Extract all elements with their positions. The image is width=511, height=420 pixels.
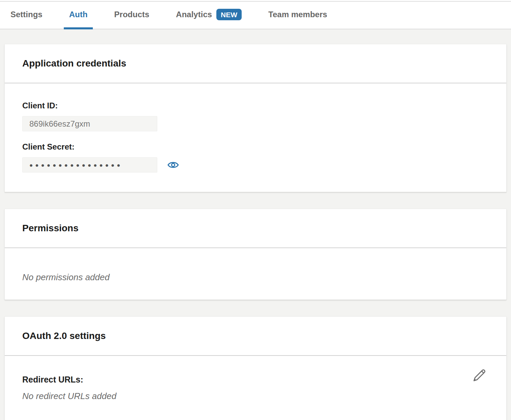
tab-analytics[interactable]: Analytics NEW <box>170 0 247 29</box>
client-id-label: Client ID: <box>22 101 489 110</box>
auth-tab-content: Application credentials Client ID: 869ik… <box>0 29 511 420</box>
permissions-title: Permissions <box>22 223 489 234</box>
tab-team-members[interactable]: Team members <box>263 0 332 29</box>
edit-redirect-urls-button[interactable] <box>472 368 487 383</box>
application-credentials-body: Client ID: 869ik66esz7gxm Client Secret:… <box>5 83 506 192</box>
eye-icon <box>167 161 179 169</box>
tab-products-label: Products <box>114 10 149 19</box>
oauth-settings-card: OAuth 2.0 settings Redirect URLs: No red… <box>4 316 507 420</box>
tab-analytics-label: Analytics <box>176 10 212 19</box>
pencil-icon <box>472 368 487 383</box>
redirect-urls-label: Redirect URLs: <box>22 375 489 385</box>
oauth-settings-title: OAuth 2.0 settings <box>22 331 489 341</box>
tab-team-members-label: Team members <box>268 10 327 19</box>
permissions-empty-message: No permissions added <box>22 272 489 283</box>
tab-settings-label: Settings <box>10 10 43 19</box>
permissions-header: Permissions <box>5 209 506 248</box>
application-credentials-title: Application credentials <box>22 58 489 69</box>
permissions-card: Permissions No permissions added <box>4 209 507 300</box>
redirect-urls-empty-message: No redirect URLs added <box>22 391 489 401</box>
client-secret-label: Client Secret: <box>22 142 489 152</box>
client-secret-masked-value: ●●●●●●●●●●●●●●●● <box>29 161 123 169</box>
client-id-field[interactable]: 869ik66esz7gxm <box>22 116 157 131</box>
tab-settings[interactable]: Settings <box>5 0 48 29</box>
tab-auth[interactable]: Auth <box>64 0 93 29</box>
reveal-secret-button[interactable] <box>167 161 179 169</box>
application-credentials-card: Application credentials Client ID: 869ik… <box>4 44 507 192</box>
tab-bar: Settings Auth Products Analytics NEW Tea… <box>0 0 511 29</box>
permissions-body: No permissions added <box>5 248 506 299</box>
client-secret-field[interactable]: ●●●●●●●●●●●●●●●● <box>22 157 157 173</box>
new-badge: NEW <box>216 9 242 20</box>
tab-products[interactable]: Products <box>109 0 155 29</box>
tab-auth-label: Auth <box>69 10 88 19</box>
oauth-settings-header: OAuth 2.0 settings <box>5 317 506 356</box>
client-id-value: 869ik66esz7gxm <box>29 119 90 129</box>
application-credentials-header: Application credentials <box>5 44 506 83</box>
oauth-settings-body: Redirect URLs: No redirect URLs added <box>5 356 506 420</box>
